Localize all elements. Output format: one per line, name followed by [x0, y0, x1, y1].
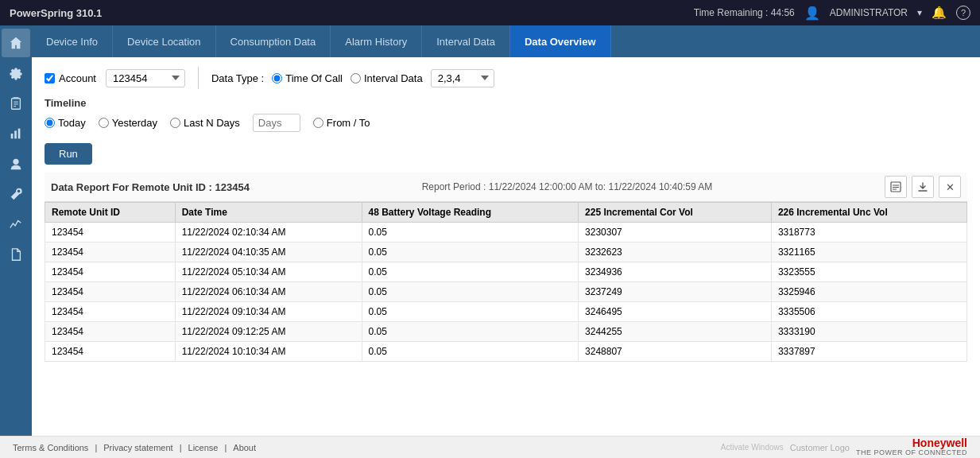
help-button[interactable]: ?	[956, 6, 970, 20]
close-report-button[interactable]: ✕	[939, 176, 961, 198]
table-cell: 123454	[45, 302, 176, 322]
about-link[interactable]: About	[233, 443, 256, 452]
timeline-from-to[interactable]	[313, 118, 323, 128]
account-label: Account	[59, 72, 96, 84]
table-cell: 11/22/2024 06:10:34 AM	[175, 282, 362, 302]
table-cell: 3246495	[579, 302, 772, 322]
table-cell: 3337897	[771, 342, 966, 362]
table-cell: 123454	[45, 342, 176, 362]
main-panel: Account 123454 Data Type : Time Of Call …	[32, 57, 980, 436]
timeline-last-n-days-label[interactable]: Last N Days	[170, 117, 240, 129]
footer: Terms & Conditions | Privacy statement |…	[0, 436, 980, 458]
footer-links: Terms & Conditions | Privacy statement |…	[13, 443, 256, 452]
table-cell: 123454	[45, 262, 176, 282]
svg-rect-5	[14, 130, 17, 138]
report-actions: ✕	[885, 176, 961, 198]
table-cell: 3333190	[771, 322, 966, 342]
table-header-row: Remote Unit ID Date Time 48 Battery Volt…	[45, 203, 967, 223]
tab-interval-data[interactable]: Interval Data	[422, 25, 510, 57]
top-bar-right: Time Remaining : 44:56 👤 ADMINISTRATOR ▾…	[694, 6, 970, 21]
timeline-last-n-days[interactable]	[170, 118, 180, 128]
table-row: 12345411/22/2024 02:10:34 AM0.0532303073…	[45, 223, 967, 243]
radio-interval-data-label[interactable]: Interval Data	[351, 72, 423, 84]
sidebar-item-chart[interactable]	[2, 119, 30, 148]
radio-interval-data[interactable]	[351, 73, 361, 83]
sidebar	[0, 25, 32, 436]
tab-data-overview[interactable]: Data Overview	[510, 25, 611, 57]
honeywell-name: Honeywell	[912, 437, 967, 449]
account-checkbox-label[interactable]: Account	[45, 72, 96, 84]
table-cell: 3248807	[579, 342, 772, 362]
radio-time-of-call-label[interactable]: Time Of Call	[272, 72, 343, 84]
timeline-from-to-label[interactable]: From / To	[313, 117, 370, 129]
run-button-container: Run	[45, 140, 967, 165]
license-link[interactable]: License	[188, 443, 219, 452]
account-select[interactable]: 123454	[106, 69, 185, 87]
radio-time-of-call[interactable]	[272, 73, 282, 83]
col-cor-vol: 225 Incremental Cor Vol	[579, 203, 772, 223]
sidebar-item-clipboard[interactable]	[2, 89, 30, 118]
content-area: Device Info Device Location Consumption …	[32, 25, 980, 436]
table-cell: 3237249	[579, 282, 772, 302]
table-cell: 3323555	[771, 262, 966, 282]
sidebar-item-settings[interactable]	[2, 59, 30, 87]
table-cell: 11/22/2024 10:10:34 AM	[175, 342, 362, 362]
timeline-section: Timeline Today Yesterday Last N Days	[45, 97, 967, 132]
honeywell-tagline: THE POWER OF CONNECTED	[856, 449, 967, 457]
sidebar-item-document[interactable]	[2, 240, 30, 269]
table-row: 12345411/22/2024 06:10:34 AM0.0532372493…	[45, 282, 967, 302]
table-cell: 123454	[45, 243, 176, 262]
tab-device-info[interactable]: Device Info	[32, 25, 113, 57]
table-row: 12345411/22/2024 04:10:35 AM0.0532326233…	[45, 243, 967, 262]
bell-icon[interactable]: 🔔	[932, 6, 947, 20]
time-remaining: Time Remaining : 44:56	[694, 7, 795, 18]
sidebar-item-graph[interactable]	[2, 210, 30, 239]
terms-link[interactable]: Terms & Conditions	[13, 443, 88, 452]
col-battery-voltage: 48 Battery Voltage Reading	[362, 203, 579, 223]
table-cell: 0.05	[362, 262, 579, 282]
tab-consumption-data[interactable]: Consumption Data	[216, 25, 331, 57]
pdf-button[interactable]	[912, 176, 934, 198]
tab-device-location[interactable]: Device Location	[113, 25, 216, 57]
export-button[interactable]	[885, 176, 907, 198]
run-button[interactable]: Run	[45, 143, 92, 165]
table-row: 12345411/22/2024 10:10:34 AM0.0532488073…	[45, 342, 967, 362]
timeline-yesterday[interactable]	[99, 118, 109, 128]
table-wrapper[interactable]: Remote Unit ID Date Time 48 Battery Volt…	[45, 202, 967, 426]
activate-windows-text: Activate Windows	[721, 443, 784, 452]
table-cell: 3335506	[771, 302, 966, 322]
table-cell: 123454	[45, 223, 176, 243]
table-cell: 11/22/2024 02:10:34 AM	[175, 223, 362, 243]
tab-alarm-history[interactable]: Alarm History	[331, 25, 422, 57]
data-table: Remote Unit ID Date Time 48 Battery Volt…	[45, 202, 967, 362]
timeline-today-label[interactable]: Today	[45, 117, 86, 129]
col-unc-vol: 226 Incremental Unc Vol	[771, 203, 966, 223]
account-checkbox[interactable]	[45, 73, 55, 83]
report-period: Report Period : 11/22/2024 12:00:00 AM t…	[422, 181, 713, 192]
report-header: Data Report For Remote Unit ID : 123454 …	[45, 173, 967, 202]
report-area: Data Report For Remote Unit ID : 123454 …	[45, 173, 967, 426]
col-remote-unit-id: Remote Unit ID	[45, 203, 176, 223]
admin-label[interactable]: ADMINISTRATOR	[830, 7, 908, 18]
table-cell: 3230307	[579, 223, 772, 243]
tabs-bar: Device Info Device Location Consumption …	[32, 25, 980, 57]
sidebar-item-wrench[interactable]	[2, 180, 30, 208]
table-cell: 0.05	[362, 282, 579, 302]
filter-row: Account 123454 Data Type : Time Of Call …	[45, 67, 967, 89]
main-layout: Device Info Device Location Consumption …	[0, 25, 980, 436]
customer-logo-text: Customer Logo	[790, 443, 850, 452]
days-input[interactable]	[253, 114, 300, 132]
filter-divider	[198, 67, 199, 89]
table-row: 12345411/22/2024 05:10:34 AM0.0532349363…	[45, 262, 967, 282]
table-cell: 11/22/2024 09:12:25 AM	[175, 322, 362, 342]
dropdown-arrow[interactable]: ▾	[917, 7, 922, 18]
sidebar-item-home[interactable]	[2, 29, 30, 57]
type-select[interactable]: 2,3,4	[431, 69, 494, 87]
table-cell: 3318773	[771, 223, 966, 243]
timeline-today[interactable]	[45, 118, 55, 128]
honeywell-logo-block: Honeywell THE POWER OF CONNECTED	[856, 437, 967, 457]
sidebar-item-user[interactable]	[2, 149, 30, 178]
privacy-link[interactable]: Privacy statement	[103, 443, 172, 452]
svg-point-7	[13, 159, 18, 165]
timeline-yesterday-label[interactable]: Yesterday	[99, 117, 157, 129]
